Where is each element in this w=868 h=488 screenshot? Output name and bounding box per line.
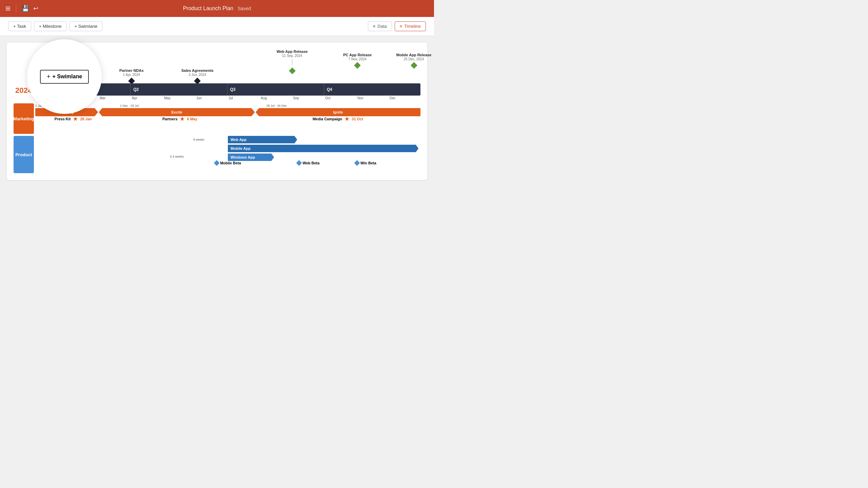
- month-nov: Nov: [356, 96, 388, 100]
- mobile-beta-task: Mobile Beta: [215, 161, 241, 165]
- windows-weeks: 5.4 weeks: [170, 155, 184, 158]
- separator: [16, 4, 16, 13]
- diamond-icon: [354, 160, 360, 166]
- main-content: + + Swimlane Distributor Agreements 7 Fe…: [0, 36, 434, 244]
- ignite-phase: Ignite: [256, 108, 420, 116]
- timeline-view-button[interactable]: ≡ Timeline: [395, 21, 426, 31]
- grid-icon[interactable]: ⊞: [5, 5, 11, 12]
- product-swimlane: Product 9 weeks Web App Mobile App: [14, 136, 420, 173]
- marketing-content: 1 Jan - 28 Feb 2 Mar - 29 Jul 28 Jul - 2…: [35, 103, 420, 134]
- milestone-partner-ndas: Partner NDAs 1 Apr, 2024: [119, 68, 144, 83]
- web-app-bar: Web App: [228, 136, 297, 143]
- phase-bars: Develop Excite Ignite: [35, 108, 420, 116]
- month-sep: Sep: [292, 96, 324, 100]
- popup-swimlane-button[interactable]: + + Swimlane: [40, 70, 89, 84]
- phase3-daterange: 28 Jul - 26 Dec: [267, 104, 287, 107]
- swimlanes-container: Marketing 1 Jan - 28 Feb 2 Mar - 29 Jul …: [14, 103, 420, 173]
- q4-section: Q4: [324, 83, 420, 96]
- milestone-diamond-green-icon: [354, 62, 361, 69]
- phase2-daterange: 2 Mar - 29 Jul: [120, 104, 139, 107]
- media-campaign-task: Media Campaign 31 Oct: [313, 117, 363, 121]
- star-icon: [73, 117, 78, 121]
- month-may: May: [163, 96, 195, 100]
- month-dec: Dec: [388, 96, 420, 100]
- win-beta-task: Win Beta: [355, 161, 376, 165]
- q3-section: Q3: [228, 83, 324, 96]
- month-apr: Apr: [131, 96, 163, 100]
- milestone-diamond-green-icon: [289, 67, 296, 74]
- milestone-web-app: Web App Release 11 Sep, 2024: [277, 49, 308, 83]
- month-mar: Mar: [98, 96, 131, 100]
- month-oct: Oct: [324, 96, 356, 100]
- timeline-icon: ≡: [400, 24, 402, 29]
- milestone-pc-app: PC App Release 7 Nov, 2024: [343, 53, 372, 83]
- saved-status: Saved: [238, 6, 251, 11]
- excite-phase: Excite: [99, 108, 255, 116]
- popup-circle: + + Swimlane: [27, 39, 102, 114]
- windows-app-bar: Windows App: [228, 154, 274, 161]
- toolbar: + Task + Milestone + Swimlane ≡ Data ≡ T…: [0, 17, 434, 36]
- plus-icon: +: [47, 73, 51, 80]
- partners-date: 6 May: [187, 117, 198, 121]
- add-task-button[interactable]: + Task: [8, 21, 31, 31]
- excite-label: Excite: [171, 110, 182, 114]
- page-title: Product Launch Plan Saved: [183, 5, 251, 12]
- product-label: Product: [14, 136, 34, 173]
- star-icon: [344, 117, 349, 121]
- star-icon: [180, 117, 185, 121]
- milestone-diamond-green-icon: [411, 62, 417, 69]
- press-kit-task: Press Kit 28 Jan: [55, 117, 92, 121]
- add-milestone-button[interactable]: + Milestone: [34, 21, 67, 31]
- diamond-icon: [214, 160, 220, 166]
- press-kit-date: 28 Jan: [80, 117, 92, 121]
- list-icon: ≡: [373, 24, 376, 29]
- undo-icon[interactable]: ↩: [33, 5, 38, 12]
- milestone-sales: Sales Agreements 3 Jun, 2024: [181, 68, 214, 83]
- mobile-app-bar: Mobile App: [228, 145, 418, 152]
- web-beta-task: Web Beta: [297, 161, 319, 165]
- ignite-label: Ignite: [333, 110, 343, 114]
- month-jun: Jun: [195, 96, 227, 100]
- web-app-weeks: 9 weeks: [193, 138, 204, 141]
- month-jul: Jul: [227, 96, 259, 100]
- marketing-label: Marketing: [14, 103, 34, 134]
- timeline-card: + + Swimlane Distributor Agreements 7 Fe…: [7, 43, 427, 180]
- month-aug: Aug: [259, 96, 292, 100]
- media-campaign-date: 31 Oct: [352, 117, 363, 121]
- milestone-mobile-app: Mobile App Release 25 Dec, 2024: [396, 53, 432, 83]
- q2-section: Q2: [131, 83, 227, 96]
- header: ⊞ 💾 ↩ Product Launch Plan Saved: [0, 0, 434, 17]
- partners-task: Partners 6 May: [162, 117, 197, 121]
- product-content: 9 weeks Web App Mobile App 5.4 weeks: [35, 136, 420, 173]
- view-switcher: ≡ Data ≡ Timeline: [368, 21, 426, 31]
- save-icon[interactable]: 💾: [22, 5, 29, 12]
- data-view-button[interactable]: ≡ Data: [368, 21, 392, 31]
- add-swimlane-button[interactable]: + Swimlane: [70, 21, 103, 31]
- diamond-icon: [296, 160, 302, 166]
